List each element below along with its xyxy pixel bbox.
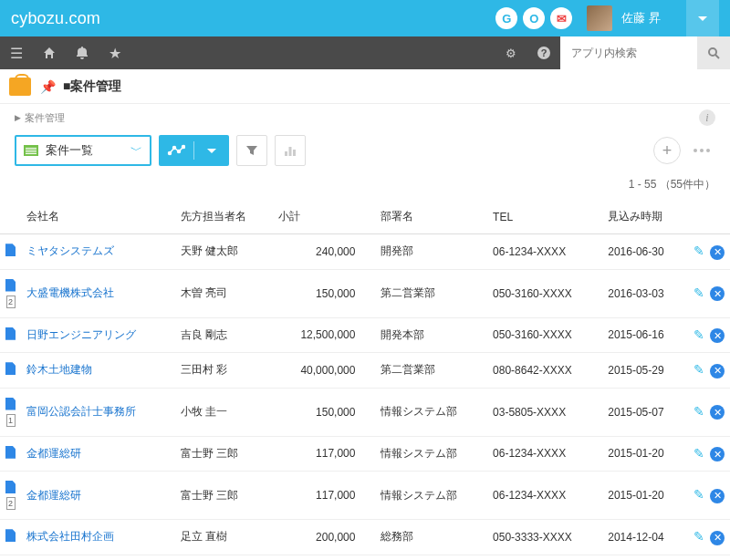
cell-dept: 開発本部: [375, 317, 487, 353]
graph-dropdown[interactable]: [194, 135, 229, 166]
delete-icon[interactable]: ✕: [710, 489, 725, 503]
cell-forecast: 2015-06-16: [602, 317, 688, 353]
svg-rect-9: [289, 147, 292, 156]
cell-tel: 06-1234-XXXX: [487, 472, 602, 520]
edit-icon[interactable]: ✎: [694, 244, 704, 258]
cell-contact: 吉良 剛志: [175, 317, 273, 353]
table-row[interactable]: 日野エンジニアリング吉良 剛志12,500,000開発本部050-3160-XX…: [0, 317, 730, 353]
add-button[interactable]: +: [653, 137, 681, 164]
pin-icon[interactable]: 📌: [40, 79, 56, 94]
cell-company[interactable]: 金都運総研: [21, 472, 175, 520]
table-row[interactable]: 2金都運総研富士野 三郎117,000情報システム部06-1234-XXXX20…: [0, 472, 730, 520]
delete-icon[interactable]: ✕: [710, 245, 725, 260]
home-icon[interactable]: [33, 36, 66, 69]
help-icon[interactable]: ?: [527, 36, 560, 69]
table-row[interactable]: 1富岡公認会計士事務所小牧 圭一150,000情報システム部03-5805-XX…: [0, 388, 730, 436]
cell-company[interactable]: 大盛電機株式会社: [21, 269, 175, 317]
table-row[interactable]: ミヤタシステムズ天野 健太郎150,000開発部06-1234-XXXX2014…: [0, 555, 730, 560]
search-input[interactable]: [560, 36, 697, 69]
cell-subtotal: 240,000: [273, 234, 376, 270]
svg-rect-10: [293, 150, 296, 156]
mail-icon[interactable]: ✉: [550, 7, 572, 29]
user-dropdown[interactable]: [686, 0, 719, 36]
cell-subtotal: 150,000: [273, 388, 376, 436]
cell-dept: 情報システム部: [375, 436, 487, 472]
chevron-down-icon: [207, 149, 216, 153]
cell-contact: 足立 直樹: [175, 520, 273, 555]
cell-forecast: 2015-01-20: [602, 472, 688, 520]
delete-icon[interactable]: ✕: [710, 531, 725, 545]
cell-company[interactable]: 日野エンジニアリング: [21, 317, 175, 353]
edit-icon[interactable]: ✎: [694, 327, 704, 342]
thread-count: 1: [6, 414, 16, 427]
doc-icon: [5, 398, 16, 410]
col-dept[interactable]: 部署名: [375, 200, 487, 234]
avatar: [587, 5, 612, 31]
cell-company[interactable]: 鈴木土地建物: [21, 353, 175, 389]
cell-forecast: 2015-05-29: [602, 353, 688, 389]
table-row[interactable]: 金都運総研富士野 三郎117,000情報システム部06-1234-XXXX201…: [0, 436, 730, 472]
list-toolbar: 案件一覧 ﹀ +: [0, 135, 730, 177]
cell-company[interactable]: 株式会社田村企画: [21, 520, 175, 555]
cell-dept: 第二営業部: [375, 353, 487, 389]
cell-contact: 天野 健太郎: [175, 234, 273, 270]
breadcrumb[interactable]: 案件管理: [25, 111, 65, 125]
gear-icon[interactable]: ⚙: [495, 36, 527, 69]
edit-icon[interactable]: ✎: [694, 529, 704, 544]
cell-subtotal: 150,000: [273, 555, 376, 560]
cell-company[interactable]: ミヤタシステムズ: [21, 234, 175, 270]
col-subtotal[interactable]: 小計: [273, 200, 376, 234]
cell-forecast: 2015-05-07: [602, 388, 688, 436]
paging-label: 1 - 55 （55件中）: [0, 177, 730, 200]
view-selector[interactable]: 案件一覧 ﹀: [15, 135, 151, 166]
app-icon: [9, 78, 31, 96]
col-forecast[interactable]: 見込み時期: [602, 200, 688, 234]
info-icon[interactable]: i: [699, 109, 715, 126]
edit-icon[interactable]: ✎: [694, 404, 704, 419]
chevron-down-icon: ﹀: [130, 142, 142, 159]
table-row[interactable]: ミヤタシステムズ天野 健太郎240,000開発部06-1234-XXXX2016…: [0, 234, 730, 270]
cell-forecast: 2014-12-01: [602, 555, 688, 560]
cell-dept: 開発部: [375, 555, 487, 560]
edit-icon[interactable]: ✎: [694, 285, 704, 300]
more-menu[interactable]: [688, 149, 715, 152]
table-row[interactable]: 鈴木土地建物三田村 彩40,000,000第二営業部080-8642-XXXX2…: [0, 353, 730, 389]
filter-button[interactable]: [236, 135, 267, 166]
col-contact[interactable]: 先方担当者名: [175, 200, 273, 234]
delete-icon[interactable]: ✕: [710, 405, 725, 420]
col-company[interactable]: 会社名: [21, 200, 175, 234]
edit-icon[interactable]: ✎: [694, 446, 704, 461]
star-icon[interactable]: ★: [99, 36, 131, 69]
search-button[interactable]: [697, 36, 730, 69]
cell-company[interactable]: 富岡公認会計士事務所: [21, 388, 175, 436]
service-icon-o[interactable]: O: [523, 7, 545, 29]
user-menu[interactable]: 佐藤 昇: [587, 5, 679, 31]
table-row[interactable]: 2大盛電機株式会社木曽 亮司150,000第二営業部050-3160-XXXX2…: [0, 269, 730, 317]
cell-dept: 情報システム部: [375, 472, 487, 520]
search-box: [560, 36, 730, 69]
cell-tel: 03-5805-XXXX: [487, 388, 602, 436]
thread-count: 2: [6, 497, 16, 510]
bell-icon[interactable]: [66, 36, 99, 69]
delete-icon[interactable]: ✕: [710, 447, 725, 461]
cell-forecast: 2016-06-30: [602, 234, 688, 270]
service-icon-g[interactable]: G: [495, 7, 517, 29]
col-tel[interactable]: TEL: [487, 200, 602, 234]
cell-contact: 木曽 亮司: [175, 269, 273, 317]
edit-icon[interactable]: ✎: [694, 487, 704, 502]
graph-button[interactable]: [159, 135, 193, 166]
cell-forecast: 2015-01-20: [602, 436, 688, 472]
cell-contact: 富士野 三郎: [175, 472, 273, 520]
cell-company[interactable]: ミヤタシステムズ: [21, 555, 175, 560]
menu-icon[interactable]: ☰: [0, 36, 33, 69]
app-header: 📌 ■案件管理: [0, 69, 730, 104]
delete-icon[interactable]: ✕: [710, 328, 725, 343]
delete-icon[interactable]: ✕: [710, 364, 725, 379]
top-bar: cybozu.com G O ✉ 佐藤 昇: [0, 0, 730, 36]
cell-company[interactable]: 金都運総研: [21, 436, 175, 472]
doc-icon: [5, 244, 16, 256]
delete-icon[interactable]: ✕: [710, 286, 725, 301]
barchart-button[interactable]: [275, 135, 306, 166]
table-row[interactable]: 株式会社田村企画足立 直樹200,000総務部050-3333-XXXX2014…: [0, 520, 730, 555]
edit-icon[interactable]: ✎: [694, 362, 704, 377]
